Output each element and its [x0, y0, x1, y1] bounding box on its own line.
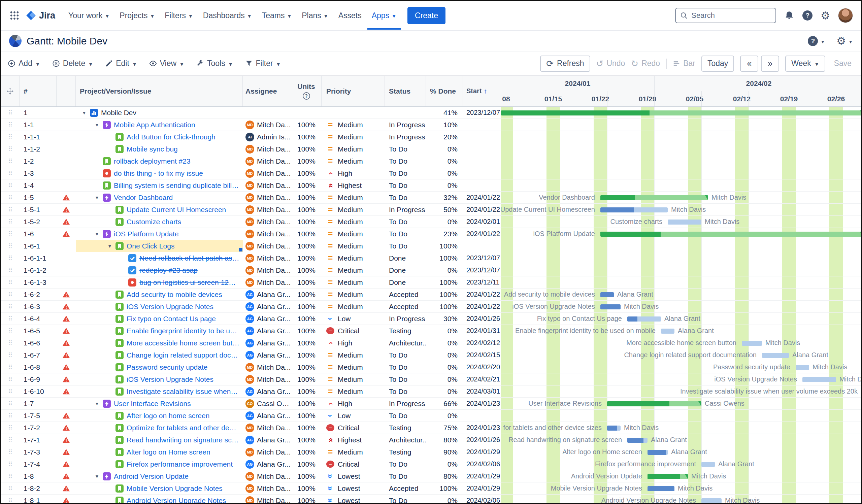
issue-name-cell[interactable]: Need rollback of last patch asap: [76, 252, 243, 264]
drag-handle[interactable]: ⠿: [1, 204, 19, 215]
table-row[interactable]: ⠿ 1-7-4 Firefox performance improvement …: [1, 458, 501, 470]
issue-summary[interactable]: Mobile App Authentication: [114, 121, 195, 129]
gantt-bar[interactable]: [600, 231, 861, 237]
gantt-bar[interactable]: [742, 341, 762, 346]
table-row[interactable]: ⠿ 1-6-4 Fix typo on Contact Us page AGAl…: [1, 313, 501, 325]
nav-item-teams[interactable]: Teams▼: [258, 1, 296, 30]
gantt-bar[interactable]: [648, 450, 668, 455]
view-button[interactable]: View▼: [149, 59, 184, 68]
column-header-units[interactable]: Units ?: [291, 76, 322, 106]
drag-handle[interactable]: ⠿: [1, 216, 19, 228]
issue-name-cell[interactable]: Customize charts: [76, 216, 243, 228]
page-settings-button[interactable]: ⚙▼: [836, 36, 853, 46]
issue-summary[interactable]: Optimize for tablets and other device ..…: [127, 424, 239, 432]
drag-handle[interactable]: ⠿: [1, 385, 19, 397]
drag-handle[interactable]: ⠿: [1, 155, 19, 167]
table-row[interactable]: ⠿ 1-5-1 Update Current UI Homescreen MDM…: [1, 204, 501, 216]
table-row[interactable]: ⠿ 1-2 rollback deployment #23 MDMitch Da…: [1, 155, 501, 167]
issue-name-cell[interactable]: ▼ Android Version Update: [76, 470, 243, 482]
gantt-bar[interactable]: [762, 353, 789, 358]
issue-summary[interactable]: Fix typo on Contact Us page: [127, 315, 216, 323]
gantt-bar[interactable]: [701, 462, 715, 467]
table-row[interactable]: ⠿ 1-6-1 ▼ One Click Logs MDMitch Da... 1…: [1, 240, 501, 252]
table-row[interactable]: ⠿ 1-7-2 Optimize for tablets and other d…: [1, 422, 501, 434]
column-header-status[interactable]: Status: [385, 76, 426, 106]
issue-name-cell[interactable]: ▼ Mobile Dev: [76, 107, 243, 119]
table-row[interactable]: ⠿ 1-6-8 Password security update MDMitch…: [1, 361, 501, 373]
issue-summary[interactable]: Android Version Update: [114, 472, 188, 480]
jira-logo[interactable]: Jira: [26, 11, 55, 21]
issue-name-cell[interactable]: Password security update: [76, 361, 243, 373]
issue-summary[interactable]: rollback deployment #23: [114, 157, 191, 165]
issue-name-cell[interactable]: Change login related support docume...: [76, 349, 243, 361]
issue-name-cell[interactable]: Billing system is sending duplicate bill…: [76, 180, 243, 191]
issue-summary[interactable]: Android Version Upgrade Notes: [127, 496, 226, 503]
table-row[interactable]: ⠿ 1-6-6 More accessible home screen butt…: [1, 337, 501, 349]
gantt-bar[interactable]: [600, 304, 621, 309]
table-row[interactable]: ⠿ 1-7-3 Alter logo on Home screen MDMitc…: [1, 446, 501, 458]
issue-summary[interactable]: Vendor Dashboard: [114, 194, 173, 202]
scroll-left-button[interactable]: «: [740, 55, 758, 72]
gantt-bar[interactable]: [627, 317, 661, 321]
nav-item-dashboards[interactable]: Dashboards▼: [199, 1, 256, 30]
issue-summary[interactable]: Alter logo on Home screen: [127, 448, 210, 456]
expander-caret-icon[interactable]: ▼: [78, 110, 90, 116]
gantt-bar[interactable]: [668, 220, 701, 225]
drag-handle[interactable]: ⠿: [1, 325, 19, 337]
drag-handle[interactable]: ⠿: [1, 494, 19, 503]
drag-handle[interactable]: ⠿: [1, 373, 19, 385]
issue-name-cell[interactable]: After logo on home screen: [76, 410, 243, 422]
gantt-bar[interactable]: [648, 486, 675, 491]
move-all-icon[interactable]: [1, 76, 19, 106]
add-button[interactable]: Add▼: [8, 59, 40, 68]
nav-item-your-work[interactable]: Your work▼: [64, 1, 114, 30]
issue-name-cell[interactable]: iOS Version Upgrade Notes: [76, 301, 243, 313]
create-button[interactable]: Create: [407, 7, 445, 24]
issue-name-cell[interactable]: Android Version Upgrade Notes: [76, 494, 243, 503]
table-row[interactable]: ⠿ 1-6-1-2 redeploy #23 asap MDMitch Da..…: [1, 264, 501, 276]
drag-handle[interactable]: ⠿: [1, 446, 19, 458]
drag-handle[interactable]: ⠿: [1, 131, 19, 143]
table-row[interactable]: ⠿ 1-6-9 iOS Version Upgrade Notes MDMitc…: [1, 373, 501, 385]
issue-name-cell[interactable]: ▼ User Interface Revisions: [76, 398, 243, 409]
issue-summary[interactable]: redeploy #23 asap: [140, 266, 198, 274]
issue-summary[interactable]: Billing system is sending duplicate bill…: [114, 182, 239, 189]
column-header-assignee[interactable]: Assignee: [243, 76, 291, 106]
page-help-button[interactable]: ?▼: [808, 36, 825, 46]
scroll-right-button[interactable]: »: [761, 55, 779, 72]
gantt-bar[interactable]: [796, 365, 809, 370]
expander-caret-icon[interactable]: ▼: [104, 243, 116, 249]
issue-summary[interactable]: iOS Version Upgrade Notes: [127, 375, 213, 384]
drag-handle[interactable]: ⠿: [1, 313, 19, 324]
drag-handle[interactable]: ⠿: [1, 434, 19, 446]
tools-button[interactable]: Tools▼: [196, 59, 233, 68]
drag-handle[interactable]: ⠿: [1, 337, 19, 349]
gantt-bar[interactable]: [600, 208, 668, 212]
drag-handle[interactable]: ⠿: [1, 228, 19, 240]
issue-summary[interactable]: iOS Platform Update: [114, 230, 179, 238]
table-row[interactable]: ⠿ 1-6-7 Change login related support doc…: [1, 349, 501, 361]
column-header-name[interactable]: Project/Version/Issue: [76, 76, 243, 106]
issue-summary[interactable]: Firefox performance improvement: [127, 460, 233, 468]
issue-summary[interactable]: Add Button for Click-through: [127, 133, 216, 141]
issue-name-cell[interactable]: Enable fingerprint identity to be used .…: [76, 325, 243, 337]
issue-name-cell[interactable]: do this thing - to fix my issue: [76, 167, 243, 179]
issue-name-cell[interactable]: Add Button for Click-through: [76, 131, 243, 143]
table-row[interactable]: ⠿ 1-4 Billing system is sending duplicat…: [1, 180, 501, 191]
drag-handle[interactable]: ⠿: [1, 301, 19, 313]
drag-handle[interactable]: ⠿: [1, 191, 19, 203]
gantt-bar[interactable]: [627, 438, 648, 443]
table-row[interactable]: ⠿ 1-8-2 Mobile Version Upgrade Notes MDM…: [1, 482, 501, 494]
issue-name-cell[interactable]: Add security to mobile devices: [76, 289, 243, 300]
table-row[interactable]: ⠿ 1-7-1 Read handwriting on signature sc…: [1, 434, 501, 446]
expander-caret-icon[interactable]: ▼: [91, 474, 103, 479]
issue-summary[interactable]: Add security to mobile devices: [127, 291, 222, 299]
issue-summary[interactable]: Investigate scalability issue when user …: [127, 387, 239, 396]
issue-name-cell[interactable]: Investigate scalability issue when user …: [76, 385, 243, 397]
issue-name-cell[interactable]: More accessible home screen button: [76, 337, 243, 349]
issue-name-cell[interactable]: Mobile sync bug: [76, 143, 243, 155]
table-row[interactable]: ⠿ 1-1-2 Mobile sync bug MDMitch Da... 10…: [1, 143, 501, 155]
expander-caret-icon[interactable]: ▼: [91, 195, 103, 200]
issue-name-cell[interactable]: Optimize for tablets and other device ..…: [76, 422, 243, 434]
selection-fill-handle[interactable]: [239, 248, 243, 252]
